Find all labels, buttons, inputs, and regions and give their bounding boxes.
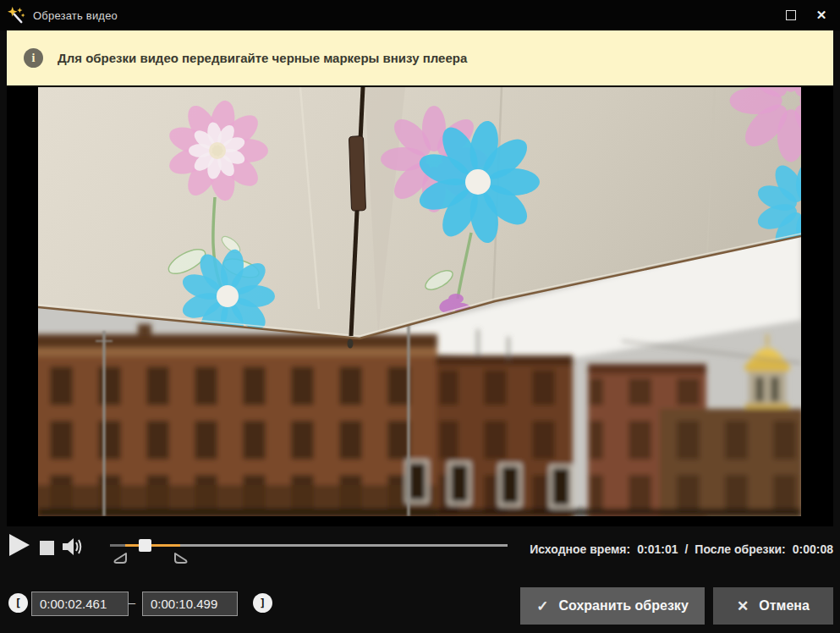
set-start-button[interactable]: [ (8, 593, 28, 613)
maximize-icon (786, 10, 796, 20)
info-icon: i (24, 48, 43, 68)
cancel-label: Отмена (759, 598, 810, 614)
trim-video-dialog: Обрезать видео ✕ i Для обрезки видео пер… (0, 0, 840, 633)
play-icon (8, 533, 30, 557)
bracket-close-icon: ] (260, 597, 266, 609)
timeline-segment-after (180, 544, 508, 547)
cancel-x-icon: ✕ (737, 597, 749, 615)
play-button[interactable] (8, 533, 30, 560)
close-button[interactable]: ✕ (808, 2, 835, 29)
start-time-input[interactable] (31, 592, 129, 616)
trim-start-marker[interactable] (112, 552, 129, 568)
video-preview (38, 87, 801, 516)
info-banner: i Для обрезки видео передвигайте черные … (7, 30, 833, 85)
trimmed-time-label: После обрезки: (695, 542, 785, 556)
timeline-track[interactable] (110, 530, 508, 569)
time-info: Исходное время: 0:01:01 / После обрезки:… (530, 542, 833, 556)
magic-wand-icon (8, 7, 25, 25)
end-time-input[interactable] (142, 592, 238, 616)
video-player (7, 85, 833, 526)
trim-end-marker[interactable] (173, 552, 189, 568)
range-separator: – (124, 595, 140, 609)
save-trim-label: Сохранить обрезку (558, 598, 688, 614)
cancel-button[interactable]: ✕ Отмена (713, 587, 833, 625)
playhead-handle[interactable] (139, 539, 151, 552)
source-time-label: Исходное время: (530, 542, 630, 556)
timeline-segment-before (110, 544, 125, 547)
save-trim-button[interactable]: ✓ Сохранить обрезку (520, 587, 705, 625)
trimmed-time-value: 0:00:08 (793, 542, 833, 556)
banner-text: Для обрезки видео передвигайте черные ма… (58, 51, 467, 65)
bracket-open-icon: [ (15, 597, 22, 609)
close-icon: ✕ (816, 8, 827, 23)
timeline-selected-range (125, 544, 180, 547)
volume-button[interactable] (61, 537, 83, 560)
stop-button[interactable] (40, 541, 54, 555)
source-time-value: 0:01:01 (637, 542, 678, 556)
video-scene-image (38, 87, 801, 516)
time-separator: / (684, 542, 688, 556)
check-icon: ✓ (536, 597, 548, 615)
volume-icon (61, 537, 83, 557)
title-bar[interactable]: Обрезать видео ✕ (0, 0, 840, 30)
maximize-button[interactable] (777, 2, 804, 29)
window-title: Обрезать видео (33, 9, 118, 22)
set-end-button[interactable]: ] (253, 593, 272, 613)
